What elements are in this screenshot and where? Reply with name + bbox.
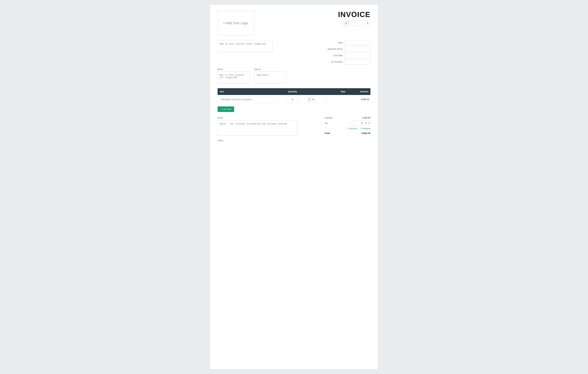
plus-icon: + [223,21,225,25]
add-shipping-link[interactable]: + Shipping [360,127,370,130]
item-rate-cell: $ [306,95,347,104]
invoice-number-hash: # [343,20,349,26]
due-date-input[interactable] [344,53,370,58]
notes-section: Notes Terms [218,117,318,142]
tax-dropdown-icon[interactable]: ▾ [368,121,370,126]
notes-label: Notes [218,117,318,119]
due-date-row: Due Date [324,53,370,58]
col-rate-header: Rate [306,88,347,95]
date-row: Date [324,40,370,45]
invoice-number-input[interactable] [349,20,370,26]
terms-label: Terms [218,139,318,142]
invoice-number-row: # [338,20,370,26]
tax-row: Tax % ▾ [325,120,370,126]
header-section: + Add Your Logo INVOICE # [218,11,370,35]
bill-ship-section: Bill To Ship To [218,68,370,84]
item-quantity-cell [279,95,306,104]
ship-to-input[interactable] [254,71,286,84]
col-amount-header: Amount [347,88,370,95]
notes-textarea[interactable] [218,120,297,136]
invoice-title-area: INVOICE # [338,11,370,26]
add-line-icon: + [220,108,221,110]
totals-section: Subtotal US$0.00 Tax % ▾ + Discount + Sh… [325,117,370,142]
rate-input[interactable] [311,97,327,102]
add-line-label: Line Item [222,108,231,110]
add-line-item-button[interactable]: + Line Item [218,107,234,112]
total-final-label: Total [325,132,330,134]
bill-to-input[interactable] [218,71,250,84]
invoice-title: INVOICE [338,11,370,18]
tax-input-wrapper: % ▾ [352,120,370,126]
bill-to-block: Bill To [218,68,250,84]
payment-terms-row: Payment Terms [324,46,370,52]
rate-input-wrapper: $ [307,96,327,102]
tax-percent-symbol: % [364,121,368,126]
po-number-input[interactable] [344,59,370,64]
col-item-header: Item [218,88,279,95]
subtotal-value: US$0.00 [362,117,370,119]
bottom-section: Notes Terms Subtotal US$0.00 Tax % ▾ + D… [218,117,370,142]
payment-terms-input[interactable] [344,46,370,52]
invoice-container: + Add Your Logo INVOICE # Date Payment T… [210,5,378,369]
item-description-input[interactable] [219,96,278,102]
terms-section: Terms [218,139,318,142]
subtotal-row: Subtotal US$0.00 [325,117,370,119]
total-final-value: US$0.00 [362,132,370,134]
item-description-cell [218,95,279,104]
po-number-label: PO Number [324,61,343,63]
date-input[interactable] [344,40,370,45]
bill-to-label: Bill To [218,68,250,70]
item-amount-cell: US$0.00 [347,95,370,104]
total-final-row: Total US$0.00 [325,132,370,134]
date-label: Date [324,41,343,44]
logo-upload-area[interactable]: + Add Your Logo [218,11,254,35]
ship-to-label: Ship To [254,68,286,70]
date-fields: Date Payment Terms Due Date PO Number [324,40,370,64]
subtotal-label: Subtotal [325,117,332,119]
item-quantity-input[interactable] [286,96,299,102]
bill-ship-left: Bill To Ship To [218,68,286,84]
ship-to-block: Ship To [254,68,286,84]
due-date-label: Due Date [324,54,343,57]
discount-shipping-row: + Discount + Shipping [325,127,370,130]
tax-input[interactable] [352,121,364,126]
table-header-row: Item Quantity Rate Amount [218,88,370,95]
add-discount-link[interactable]: + Discount [347,127,357,130]
from-section: Date Payment Terms Due Date PO Number [218,40,370,64]
tax-label: Tax [325,122,328,124]
po-number-row: PO Number [324,59,370,64]
items-table: Item Quantity Rate Amount $ [218,88,370,104]
table-row: $ US$0.00 [218,95,370,104]
from-input[interactable] [218,40,273,52]
payment-terms-label: Payment Terms [324,48,343,50]
col-quantity-header: Quantity [279,88,306,95]
rate-currency-symbol: $ [308,97,311,102]
logo-add-label: Add Your Logo [226,21,248,25]
